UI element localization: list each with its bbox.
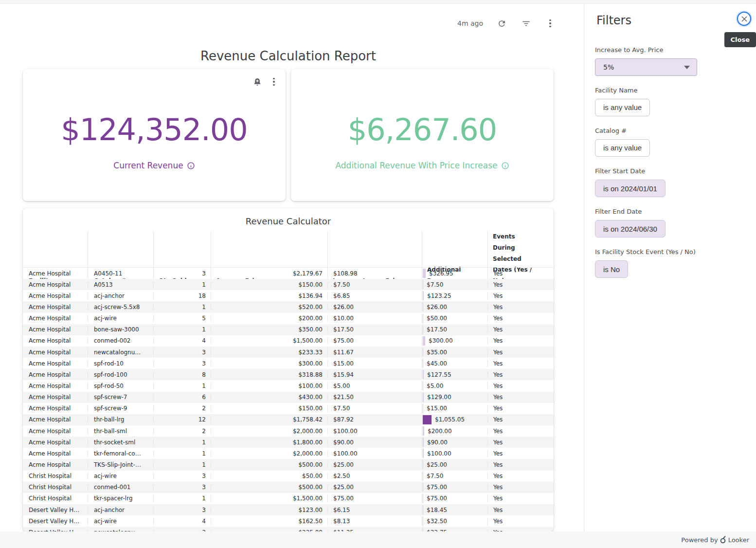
events-cell: Yes <box>487 371 554 378</box>
info-icon[interactable] <box>187 162 195 170</box>
filter-group-start-date: Filter Start Date is on 2024/01/01 <box>595 167 747 197</box>
table-row[interactable]: Desert Valley H…acj-anchor3$123.00$6.15$… <box>23 504 554 515</box>
footer: Powered by Looker <box>0 531 756 548</box>
table-row[interactable]: Acme Hospitalnewcatalognu…3$233.33$11.67… <box>23 347 554 358</box>
table-row[interactable]: Acme Hospitalacj-screw-5.5x81$520.00$26.… <box>23 301 554 312</box>
powered-by-looker-link[interactable]: Powered by Looker <box>681 536 749 544</box>
filter-group-stock-event: Is Facility Stock Event (Yes / No) is No <box>595 248 747 278</box>
catalog-cell: acj-wire <box>88 315 153 322</box>
facility-name-filter-button[interactable]: is any value <box>595 99 650 116</box>
facility-cell: Acme Hospital <box>23 383 88 389</box>
additional-revenue-cell: $5.00 <box>422 381 487 390</box>
facility-cell: Acme Hospital <box>23 315 88 322</box>
average-price-cell: $233.33 <box>211 349 327 356</box>
table-row[interactable]: Acme Hospitalthr-ball-sml2$2,000.00$100.… <box>23 425 554 437</box>
alert-button[interactable] <box>252 76 263 88</box>
catalog-cell: thr-socket-sml <box>88 439 153 446</box>
dashboard-filters-button[interactable] <box>520 18 532 29</box>
catalog-cell: acj-wire <box>88 518 153 525</box>
table-row[interactable]: Acme Hospitalacj-anchor18$136.94$6.85$12… <box>23 290 554 301</box>
looker-logo-icon <box>720 536 726 544</box>
kpi-card-current-revenue: $124,352.00 Current Revenue <box>23 69 286 201</box>
table-row[interactable]: Acme Hospitalthr-socket-sml1$1,800.00$90… <box>23 437 554 448</box>
table-row[interactable]: Acme HospitalA05131$150.00$7.50$7.50Yes <box>23 279 554 290</box>
table-row[interactable]: Christ Hospitalacj-wire3$50.00$2.50$7.50… <box>23 471 554 482</box>
increase-cell: $15.00 <box>327 360 422 367</box>
refresh-button[interactable] <box>496 18 507 29</box>
events-cell: Yes <box>487 337 554 344</box>
table-row[interactable]: Acme HospitalA0450-113$2,179.67$108.98$3… <box>23 268 554 279</box>
end-date-filter-chip[interactable]: is on 2024/06/30 <box>595 220 666 237</box>
increase-cell: $15.94 <box>327 371 422 378</box>
increase-cell: $11.67 <box>327 349 422 356</box>
info-icon[interactable] <box>501 162 509 170</box>
table-row[interactable]: Acme Hospitalspf-screw-76$430.00$21.50$1… <box>23 392 554 403</box>
filter-label: Filter End Date <box>595 208 747 215</box>
increase-price-dropdown[interactable]: 5% <box>595 58 697 76</box>
table-row[interactable]: Acme Hospitalspf-screw-92$150.00$7.50$15… <box>23 403 554 414</box>
revenue-bar <box>423 460 423 469</box>
facility-cell: Desert Valley H… <box>23 518 88 525</box>
events-cell: Yes <box>487 461 554 468</box>
table-row[interactable]: Acme Hospitalspf-rod-1008$318.88$15.94$1… <box>23 369 554 380</box>
facility-cell: Christ Hospital <box>23 484 88 491</box>
kebab-icon <box>273 78 275 86</box>
revenue-bar <box>423 302 423 311</box>
filter-group-end-date: Filter End Date is on 2024/06/30 <box>595 208 747 237</box>
table-row[interactable]: Acme Hospitalspf-rod-103$300.00$15.00$45… <box>23 358 554 369</box>
increase-cell: $10.00 <box>327 315 422 322</box>
catalog-cell: TKS-Slip-Joint-… <box>88 461 153 468</box>
facility-cell: Acme Hospital <box>23 326 88 333</box>
qty-sold-cell: 2 <box>153 428 211 435</box>
qty-sold-cell: 1 <box>153 450 211 457</box>
qty-sold-cell: 3 <box>153 473 211 479</box>
table-row[interactable]: Acme Hospitalbone-saw-30001$350.00$17.50… <box>23 324 554 335</box>
facility-cell: Acme Hospital <box>23 416 88 423</box>
stock-event-filter-chip[interactable]: is No <box>595 260 628 278</box>
revenue-bar <box>423 483 423 492</box>
increase-cell: $7.50 <box>327 281 422 288</box>
table-row[interactable]: Christ Hospitaltkr-spacer-lrg1$1,500.00$… <box>23 493 554 504</box>
last-refreshed-text: 4m ago <box>457 19 483 27</box>
dashboard-more-button[interactable] <box>544 18 556 29</box>
additional-revenue-cell: $90.00 <box>422 438 487 447</box>
table-row[interactable]: Christ Hospitalconmed-0013$500.00$25.00$… <box>23 482 554 493</box>
table-row[interactable]: Acme Hospitalspf-rod-501$100.00$5.00$5.0… <box>23 380 554 391</box>
events-cell: Yes <box>487 473 554 479</box>
catalog-filter-button[interactable]: is any value <box>595 139 650 157</box>
table-row[interactable]: Acme Hospitalconmed-0024$1,500.00$75.00$… <box>23 335 554 347</box>
average-price-cell: $150.00 <box>211 405 327 412</box>
catalog-cell: A0450-11 <box>88 270 153 277</box>
table-row[interactable]: Acme Hospitaltkr-femoral-co…1$2,000.00$1… <box>23 448 554 459</box>
revenue-bar <box>423 381 423 390</box>
additional-revenue-cell: $26.00 <box>422 302 487 311</box>
increase-cell: $6.15 <box>327 507 422 513</box>
facility-cell: Acme Hospital <box>23 270 88 277</box>
facility-cell: Acme Hospital <box>23 461 88 468</box>
start-date-filter-chip[interactable]: is on 2024/01/01 <box>595 180 666 197</box>
table-row[interactable]: Desert Valley H…acj-wire4$162.50$8.13$32… <box>23 515 554 527</box>
events-cell: Yes <box>487 495 554 502</box>
close-filters-button[interactable] <box>737 12 751 26</box>
dashboard-area: 4m ago Revenue Calculation Report $12 <box>0 4 584 531</box>
table-row[interactable]: Desert Valley H…newcatalognu…3$225.00$11… <box>23 527 554 531</box>
tile-more-button[interactable] <box>268 76 280 88</box>
facility-cell: Acme Hospital <box>23 405 88 412</box>
table-row[interactable]: Acme Hospitalthr-ball-lrg12$1,758.42$87.… <box>23 414 554 425</box>
additional-revenue-cell: $45.00 <box>422 359 487 368</box>
facility-cell: Acme Hospital <box>23 281 88 288</box>
table-header: Facility Catalog # Qty Sold Average Pric… <box>23 231 554 267</box>
events-cell: Yes <box>487 304 554 311</box>
increase-cell: $100.00 <box>327 428 422 435</box>
facility-cell: Acme Hospital <box>23 439 88 446</box>
qty-sold-cell: 4 <box>153 337 211 344</box>
revenue-bar <box>423 494 423 503</box>
table-row[interactable]: Acme Hospitalacj-wire5$200.00$10.00$50.0… <box>23 313 554 324</box>
additional-revenue-cell: $200.00 <box>422 426 487 436</box>
qty-sold-cell: 1 <box>153 461 211 468</box>
qty-sold-cell: 1 <box>153 495 211 502</box>
revenue-bar <box>423 404 423 413</box>
table-row[interactable]: Acme HospitalTKS-Slip-Joint-…1$500.00$25… <box>23 459 554 470</box>
qty-sold-cell: 3 <box>153 349 211 356</box>
qty-sold-cell: 1 <box>153 326 211 333</box>
